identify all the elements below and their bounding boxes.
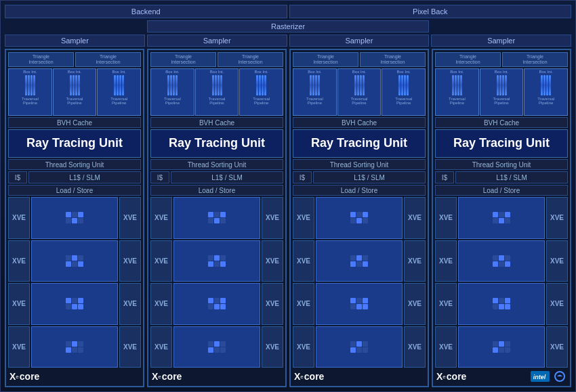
xve-right-4c: XVE	[546, 283, 568, 325]
cache-is-1: I$	[8, 171, 27, 183]
xve-row-4c: XVE XVE	[435, 283, 568, 325]
xve-right-4b: XVE	[546, 240, 568, 282]
bvh-cache-2: BVH Cache	[150, 117, 283, 128]
xve-matrix-4a	[458, 197, 545, 239]
stripe	[33, 75, 35, 95]
xve-right-2d: XVE	[262, 326, 283, 368]
load-store-1: Load / Store	[8, 185, 141, 196]
xve-matrix-3a	[316, 197, 403, 239]
xve-row-4d: XVE XVE	[435, 326, 568, 368]
xve-left-2b: XVE	[150, 240, 172, 282]
xve-row-3b: XVE XVE	[293, 240, 426, 282]
load-store-3: Load / Store	[293, 185, 426, 196]
cache-l1-4: L1$ / SLM	[455, 171, 568, 183]
backend-label: Backend	[5, 5, 287, 18]
xve-row-2a: XVE XVE	[150, 197, 283, 239]
xve-left-1d: XVE	[8, 326, 30, 368]
core-text-1: core	[20, 371, 40, 382]
bvh-cache-1: BVH Cache	[8, 117, 141, 128]
stripe	[122, 75, 124, 95]
xve-left-1b: XVE	[8, 240, 30, 282]
xve-matrix-2d	[173, 326, 260, 368]
box-int-3c: Box Int. TraversalPipeline	[382, 68, 426, 116]
xe-core-4: TriangleIntersection TriangleIntersectio…	[432, 49, 571, 387]
xve-matrix-3d	[316, 326, 403, 368]
stripe	[28, 75, 30, 95]
tri-box-3a: TriangleIntersection	[293, 52, 358, 67]
stripe	[114, 75, 116, 95]
xve-left-2a: XVE	[150, 197, 172, 239]
intel-logo-icon: intel	[530, 370, 550, 383]
xve-left-3d: XVE	[293, 326, 314, 368]
ray-tracing-unit-3: Ray Tracing Unit	[293, 129, 426, 158]
xve-row-3c: XVE XVE	[293, 283, 426, 325]
rasterizer-spacer-right	[431, 20, 571, 32]
box-int-3b: Box Int. TraversalPipeline	[337, 68, 382, 116]
sampler-label-4: Sampler	[431, 35, 571, 47]
rasterizer-row: Rasterizer	[5, 20, 571, 32]
box-int-4c: Box Int. TraversalPipeline	[524, 68, 568, 116]
tri-box-3b: TriangleIntersection	[360, 52, 426, 67]
stripes-1c	[114, 75, 124, 95]
bvh-area-4: Box Int. TraversalPipeline Box Int. Trav…	[435, 68, 568, 116]
xve-left-2d: XVE	[150, 326, 172, 368]
cache-l1-1: L1$ / SLM	[28, 171, 141, 183]
tri-box-2b: TriangleIntersection	[218, 52, 283, 67]
xve-right-2b: XVE	[262, 240, 283, 282]
xve-row-3d: XVE XVE	[293, 326, 426, 368]
xve-left-3c: XVE	[293, 283, 314, 325]
cache-l1-2: L1$ / SLM	[171, 171, 283, 183]
xve-row-1d: XVE XVE	[8, 326, 141, 368]
thread-sorting-3: Thread Sorting Unit	[293, 159, 426, 170]
ray-tracing-unit-1: Ray Tracing Unit	[8, 129, 141, 158]
xve-matrix-1b	[31, 240, 118, 282]
ray-tracing-unit-4: Ray Tracing Unit	[435, 129, 568, 158]
sampler-label-3: Sampler	[289, 35, 430, 47]
bvh-cache-4: BVH Cache	[435, 117, 568, 128]
xve-matrix-2c	[173, 283, 260, 325]
intel-logo: intel	[530, 370, 567, 383]
cache-is-2: I$	[150, 171, 169, 183]
box-int-group-2: Box Int. TraversalPipeline Box Int. Trav…	[150, 68, 283, 116]
cache-l1-3: L1$ / SLM	[313, 171, 426, 183]
xve-right-4d: XVE	[546, 326, 568, 368]
xve-left-4b: XVE	[435, 240, 457, 282]
xve-right-3c: XVE	[404, 283, 426, 325]
cache-row-4: I$ L1$ / SLM	[435, 171, 568, 183]
svg-text:intel: intel	[533, 374, 546, 380]
xve-left-3b: XVE	[293, 240, 314, 282]
xve-left-4c: XVE	[435, 283, 457, 325]
stripe	[70, 75, 72, 95]
box-int-1a: Box Int. TraversalPipeline	[8, 68, 52, 116]
tri-box-1a: TriangleIntersection	[8, 52, 74, 67]
xve-row-1c: XVE XVE	[8, 283, 141, 325]
cores-grid: TriangleIntersection TriangleIntersectio…	[5, 49, 571, 387]
thread-sorting-1: Thread Sorting Unit	[8, 159, 141, 170]
xe-core-3: TriangleIntersection TriangleIntersectio…	[289, 49, 429, 387]
xe-core-label-1: Xecore	[8, 369, 141, 384]
xve-row-4a: XVE XVE	[435, 197, 568, 239]
xe-core-1: TriangleIntersection TriangleIntersectio…	[5, 49, 144, 387]
xve-left-4a: XVE	[435, 197, 457, 239]
xve-right-2a: XVE	[262, 197, 283, 239]
box-int-1c: Box Int. TraversalPipeline	[97, 68, 141, 116]
cache-row-1: I$ L1$ / SLM	[8, 171, 141, 183]
xve-left-4d: XVE	[435, 326, 457, 368]
stripe	[73, 75, 75, 95]
xve-left-1a: XVE	[8, 197, 30, 239]
xve-matrix-2a	[173, 197, 260, 239]
arc-logo-icon	[553, 370, 567, 383]
stripes-1b	[70, 75, 80, 95]
box-int-1b: Box Int. TraversalPipeline	[53, 68, 97, 116]
xve-row-1b: XVE XVE	[8, 240, 141, 282]
xve-matrix-4c	[458, 283, 545, 325]
box-int-3a: Box Int. TraversalPipeline	[293, 68, 337, 116]
box-int-group-1: Box Int. TraversalPipeline Box Int.	[8, 68, 141, 116]
xe-core-label-3: Xecore	[293, 369, 426, 384]
load-store-4: Load / Store	[435, 185, 568, 196]
xe-core-label-2: Xecore	[150, 369, 283, 384]
tri-row-2: TriangleIntersection TriangleIntersectio…	[150, 52, 283, 67]
xve-matrix-1c	[31, 283, 118, 325]
stripe	[117, 75, 119, 95]
stripe	[78, 75, 80, 95]
